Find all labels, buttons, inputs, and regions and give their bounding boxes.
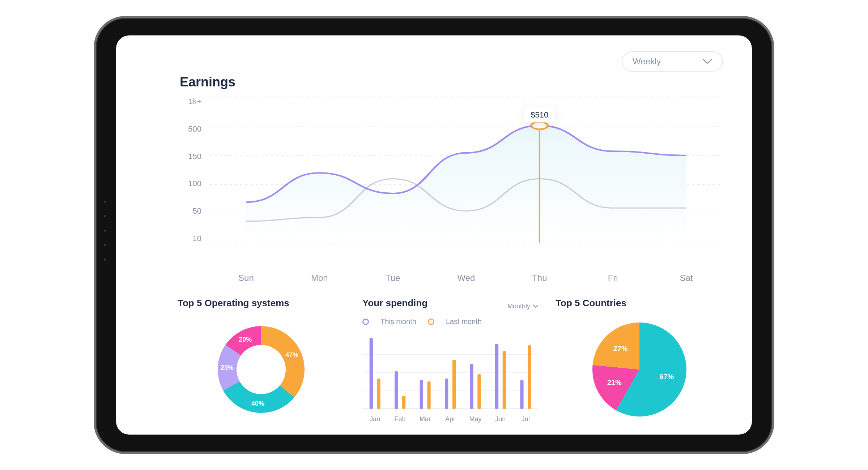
earnings-plot: SunMonTueWedThuFriSat $510: [209, 93, 723, 265]
svg-rect-26: [495, 344, 498, 409]
svg-rect-27: [503, 351, 506, 409]
countries-title: Top 5 Countries: [556, 298, 723, 309]
chevron-down-icon: [533, 305, 538, 308]
os-card-title: Top 5 Operating systems: [178, 298, 345, 309]
svg-rect-20: [420, 380, 423, 409]
svg-text:67%: 67%: [659, 373, 674, 381]
earnings-x-axis: SunMonTueWedThuFriSat: [209, 273, 723, 283]
svg-rect-17: [377, 379, 380, 409]
svg-rect-21: [427, 381, 430, 409]
spending-title: Your spending: [362, 298, 427, 309]
earnings-y-axis: 1k+5001501005010: [178, 93, 203, 265]
svg-rect-29: [528, 345, 531, 409]
earnings-title: Earnings: [180, 74, 723, 90]
svg-rect-19: [402, 396, 405, 409]
svg-rect-24: [470, 364, 473, 409]
svg-text:47%: 47%: [286, 351, 299, 359]
tablet-frame: Weekly Earnings 1k+5001501005010: [96, 18, 772, 452]
svg-rect-16: [370, 338, 373, 409]
svg-text:40%: 40%: [251, 400, 264, 407]
legend-swatch-last-month: [428, 319, 434, 325]
chevron-down-icon: [703, 59, 712, 64]
svg-text:20%: 20%: [239, 336, 252, 343]
svg-rect-18: [395, 371, 398, 409]
spending-card: Your spending Monthly This month Last mo…: [362, 298, 538, 424]
spending-range-value: Monthly: [507, 303, 530, 310]
countries-card: Top 5 Countries 67%21%27%: [556, 298, 723, 424]
earnings-tooltip: $510: [524, 107, 555, 123]
os-card: Top 5 Operating systems 47%40%23%20%: [178, 298, 345, 424]
legend-label-last-month: Last month: [446, 317, 482, 326]
svg-rect-25: [477, 374, 481, 409]
spending-x-axis: JanFebMarAprMayJunJul: [362, 415, 538, 423]
svg-text:27%: 27%: [613, 345, 627, 352]
svg-text:23%: 23%: [221, 364, 234, 371]
countries-pie-chart: 67%21%27%: [585, 315, 694, 424]
svg-text:21%: 21%: [607, 379, 621, 386]
legend-label-this-month: This month: [380, 317, 416, 326]
spending-bar-chart: [362, 332, 538, 412]
svg-point-7: [531, 122, 548, 129]
os-donut-chart: 47%40%23%20%: [207, 315, 315, 424]
svg-rect-28: [520, 380, 523, 409]
spending-legend: This month Last month: [362, 317, 538, 326]
period-select-value: Weekly: [633, 56, 661, 67]
legend-swatch-this-month: [362, 319, 369, 325]
svg-rect-22: [445, 379, 448, 409]
earnings-chart: 1k+5001501005010 SunMonTueWedThuFriSat $…: [178, 93, 723, 265]
spending-range-select[interactable]: Monthly: [507, 303, 538, 310]
svg-rect-23: [452, 360, 456, 409]
period-select[interactable]: Weekly: [622, 51, 723, 72]
screen: Weekly Earnings 1k+5001501005010: [116, 35, 752, 435]
